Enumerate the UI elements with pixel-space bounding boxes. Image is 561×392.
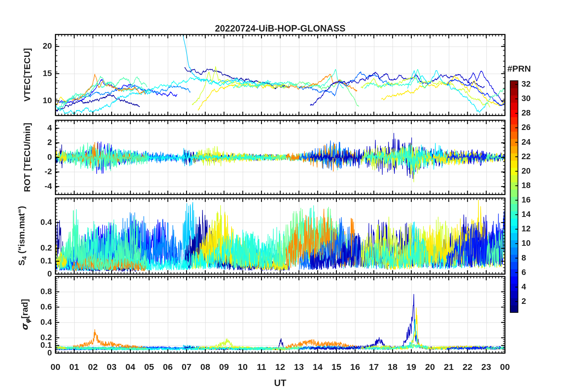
s4-subscript: 4	[21, 256, 28, 260]
sigma-symbol: σ	[19, 324, 30, 330]
sigma-suffix: [rad]	[20, 299, 29, 319]
y-axis-label-rot: ROT [TECU/min]	[22, 123, 32, 192]
figure: 20220724-UiB-HOP-GLONASS VTEC[TECU] ROT …	[0, 0, 561, 392]
s4-symbol: S	[17, 260, 26, 266]
x-axis-label: UT	[274, 378, 286, 388]
plot-canvas	[0, 0, 561, 392]
y-axis-label-s4: S4 ("ism.mat")	[17, 206, 28, 266]
figure-title: 20220724-UiB-HOP-GLONASS	[215, 23, 346, 34]
y-axis-label-sigma-phi: σφ[rad]	[19, 299, 31, 330]
y-axis-label-vtec: VTEC[TECU]	[22, 48, 32, 102]
s4-suffix: ("ism.mat")	[17, 206, 26, 256]
phi-subscript: φ	[24, 319, 31, 324]
colorbar-title: #PRN	[507, 64, 531, 74]
